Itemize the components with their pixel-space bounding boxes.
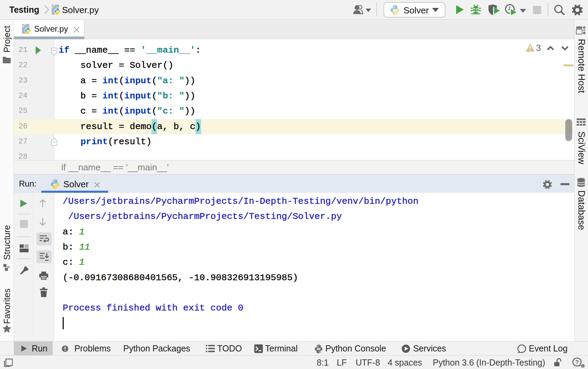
svg-text:?: ? (575, 359, 579, 366)
